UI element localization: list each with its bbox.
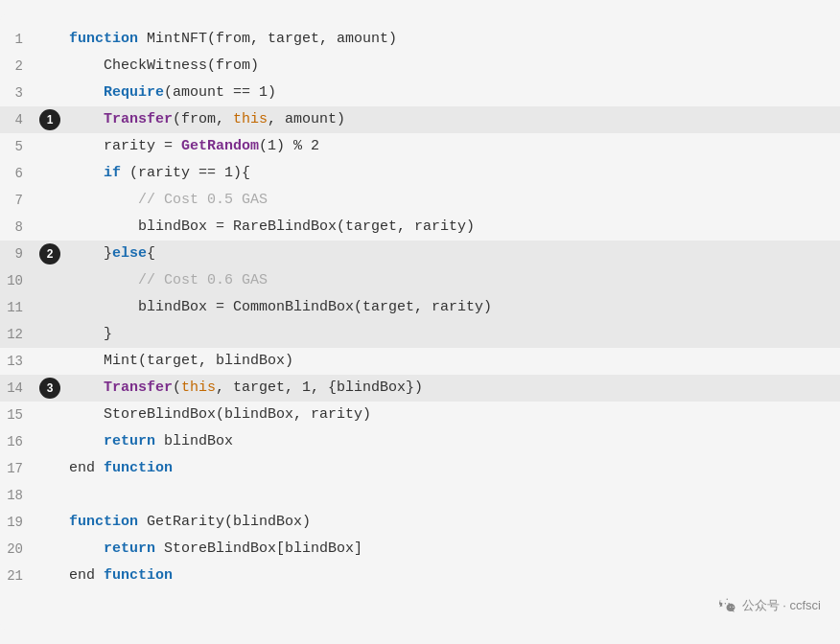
footer: 公众号 · ccfsci (0, 589, 840, 618)
code-content: // Cost 0.6 GAS (65, 268, 840, 293)
token-kw-blue: return (104, 433, 155, 449)
token-kw-blue: if (104, 165, 121, 181)
code-content: CheckWitness(from) (65, 54, 840, 79)
line-number: 17 (0, 461, 35, 476)
code-line: 143 Transfer(this, target, 1, {blindBox}… (0, 375, 840, 402)
token-normal: blindBox = RareBlindBox(target, rarity) (69, 218, 475, 235)
line-number: 16 (0, 434, 35, 449)
token-normal: (amount == 1) (164, 84, 276, 101)
code-content: // Cost 0.5 GAS (65, 188, 840, 213)
code-content: function GetRarity(blindBox) (65, 510, 840, 535)
code-line: 13 Mint(target, blindBox) (0, 348, 840, 375)
token-normal: { (147, 245, 155, 262)
code-content (65, 483, 840, 508)
code-line: 16 return blindBox (0, 428, 840, 455)
code-line: 12 } (0, 321, 840, 348)
line-number: 20 (0, 541, 35, 557)
token-normal: (rarity == 1){ (121, 165, 250, 181)
token-normal: GetRarity(blindBox) (138, 514, 311, 530)
line-number: 6 (0, 166, 35, 181)
code-content: Require(amount == 1) (65, 80, 840, 105)
line-number: 2 (0, 58, 35, 74)
token-comment: // Cost 0.6 GAS (69, 272, 268, 288)
token-kw-blue: else (112, 245, 147, 262)
code-line: 20 return StoreBlindBox[blindBox] (0, 536, 840, 563)
line-number: 4 (0, 112, 35, 127)
footer-label: 公众号 · ccfsci (742, 597, 821, 614)
token-normal: StoreBlindBox(blindBox, rarity) (69, 406, 371, 423)
token-normal: CheckWitness(from) (69, 58, 259, 74)
code-line: 3 Require(amount == 1) (0, 80, 840, 106)
line-number: 13 (0, 354, 35, 369)
code-content: Transfer(this, target, 1, {blindBox}) (65, 376, 840, 401)
token-normal: StoreBlindBox[blindBox] (155, 540, 362, 557)
wechat-icon (719, 597, 736, 614)
line-number: 8 (0, 219, 35, 235)
line-number: 3 (0, 85, 35, 101)
code-content: StoreBlindBox(blindBox, rarity) (65, 402, 840, 427)
token-normal (69, 380, 104, 396)
token-normal: end (69, 567, 104, 584)
token-comment: // Cost 0.5 GAS (69, 192, 268, 208)
code-line: 8 blindBox = RareBlindBox(target, rarity… (0, 214, 840, 241)
token-normal (69, 84, 104, 101)
token-kw-purple: GetRandom (181, 138, 259, 154)
token-kw-orange: this (233, 111, 268, 127)
token-normal: } (69, 245, 112, 262)
line-number: 9 (0, 246, 35, 262)
token-normal: end (69, 460, 104, 476)
token-normal: , amount) (268, 111, 345, 127)
code-line: 15 StoreBlindBox(blindBox, rarity) (0, 402, 840, 428)
code-content: end function (65, 456, 840, 481)
code-content: rarity = GetRandom(1) % 2 (65, 134, 840, 159)
line-number: 21 (0, 568, 35, 584)
line-number: 15 (0, 407, 35, 423)
line-number: 12 (0, 327, 35, 342)
line-number: 14 (0, 380, 35, 396)
annotation: 1 (35, 109, 65, 130)
line-number: 11 (0, 300, 35, 315)
token-normal: (from, (173, 111, 233, 127)
token-kw-blue: function (104, 567, 173, 584)
line-number: 18 (0, 488, 35, 503)
code-line: 92 }else{ (0, 241, 840, 267)
token-normal: ( (173, 380, 181, 396)
token-normal (69, 540, 104, 557)
code-content: } (65, 322, 840, 347)
code-content: blindBox = RareBlindBox(target, rarity) (65, 215, 840, 240)
token-kw-blue: function (69, 514, 138, 530)
line-number: 1 (0, 32, 35, 47)
badge-1: 1 (39, 109, 60, 130)
code-content: }else{ (65, 242, 840, 266)
code-line: 6 if (rarity == 1){ (0, 160, 840, 187)
token-normal: , target, 1, {blindBox}) (216, 380, 423, 396)
code-line: 7 // Cost 0.5 GAS (0, 187, 840, 214)
code-block: 1function MintNFT(from, target, amount)2… (0, 14, 840, 630)
token-normal (69, 111, 104, 127)
token-normal: (1) % 2 (259, 138, 319, 154)
code-line: 11 blindBox = CommonBlindBox(target, rar… (0, 294, 840, 321)
badge-2: 2 (39, 243, 60, 264)
line-number: 5 (0, 139, 35, 154)
code-line: 2 CheckWitness(from) (0, 53, 840, 80)
token-normal: rarity = (69, 138, 181, 154)
code-content: Transfer(from, this, amount) (65, 107, 840, 132)
token-kw-blue: function (104, 460, 173, 476)
line-number: 10 (0, 273, 35, 288)
code-line: 5 rarity = GetRandom(1) % 2 (0, 133, 840, 160)
code-content: Mint(target, blindBox) (65, 349, 840, 374)
code-content: function MintNFT(from, target, amount) (65, 27, 840, 52)
token-normal (69, 433, 104, 449)
token-kw-purple: Transfer (104, 111, 173, 127)
code-line: 21end function (0, 563, 840, 589)
token-normal (69, 165, 104, 181)
line-number: 7 (0, 193, 35, 208)
token-kw-blue: return (104, 540, 155, 557)
token-normal: } (69, 326, 112, 342)
code-line: 41 Transfer(from, this, amount) (0, 106, 840, 133)
annotation: 2 (35, 243, 65, 264)
code-line: 1function MintNFT(from, target, amount) (0, 26, 840, 53)
token-normal: blindBox = CommonBlindBox(target, rarity… (69, 299, 492, 315)
line-number: 19 (0, 515, 35, 530)
code-content: return StoreBlindBox[blindBox] (65, 537, 840, 562)
